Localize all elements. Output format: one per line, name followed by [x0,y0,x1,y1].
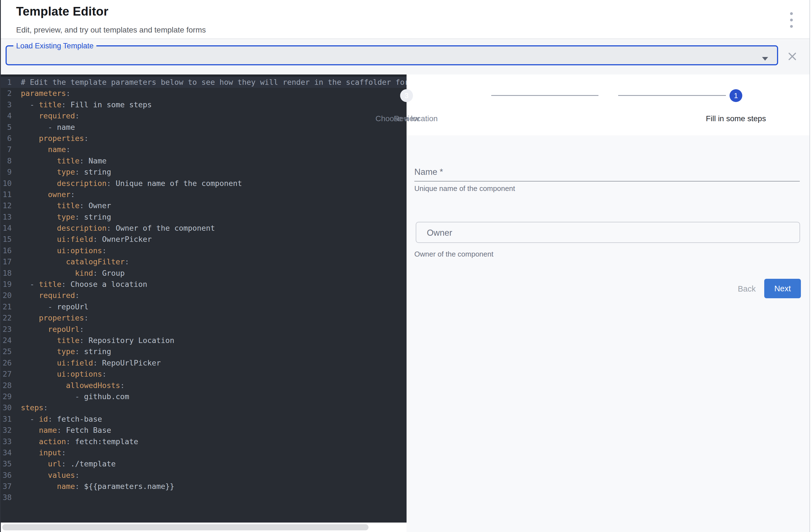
step-label: Fill in some steps [678,114,794,123]
code-line: 15 ui:field: OwnerPicker [0,234,407,245]
code-text: - repoUrl [21,301,89,312]
line-number: 31 [0,414,12,425]
page-right-border [810,0,810,532]
scrollbar-thumb[interactable] [2,524,368,530]
code-line: 25 type: string [0,346,407,357]
line-number: 16 [0,245,12,256]
form-panel: Name * Unique name of the component Owne… [407,135,810,532]
code-text: ui:field: RepoUrlPicker [21,358,161,368]
code-line: 31 - id: fetch-base [0,414,407,425]
code-text: description: Unique name of the componen… [21,178,242,189]
line-number: 11 [0,189,12,200]
code-line: 12 title: Owner [0,200,407,211]
step-label: Review [348,114,465,123]
line-number: 3 [0,99,12,110]
editor-horizontal-scrollbar[interactable] [0,522,407,532]
code-line: 21 - repoUrl [0,301,407,312]
page-title: Template Editor [16,4,108,18]
next-button[interactable]: Next [764,279,801,298]
line-number: 38 [0,492,12,503]
code-line: 29 - github.com [0,391,407,402]
code-line: 22 properties: [0,312,407,323]
code-text: - name [21,122,75,133]
line-number: 28 [0,380,12,391]
code-text: kind: Group [21,268,125,279]
back-button[interactable]: Back [731,279,762,298]
code-line: 33 action: fetch:template [0,436,407,447]
load-template-label: Load Existing Template [13,44,96,48]
code-text: name: Fetch Base [21,425,111,436]
code-line: 5 - name [0,122,407,133]
code-line: 18 kind: Group [0,268,407,279]
code-text: - github.com [21,391,129,402]
code-line: 6 properties: [0,133,407,144]
name-input-label: Name * [414,167,443,177]
code-line: 19 - title: Choose a location [0,279,407,290]
stepper-step: 1Fill in some steps [678,89,794,123]
code-text: input: [21,447,66,458]
load-template-section: Load Existing Template [0,40,810,74]
code-text: properties: [21,312,89,323]
clear-template-button[interactable] [785,50,799,64]
line-number: 24 [0,335,12,346]
line-number: 21 [0,301,12,312]
code-line: 20 required: [0,290,407,301]
line-number: 10 [0,178,12,189]
name-input[interactable]: Name * [414,163,800,183]
step-number-badge: 1 [729,89,742,102]
code-editor[interactable]: 1# Edit the template parameters below to… [0,74,407,522]
code-text: name: [21,144,71,155]
code-line: 23 repoUrl: [0,324,407,335]
code-text: type: string [21,346,111,357]
line-number: 2 [0,88,12,99]
code-text: parameters: [21,88,71,99]
line-number: 6 [0,133,12,144]
step-number-badge: 3 [400,89,413,102]
line-number: 35 [0,458,12,470]
line-number: 25 [0,346,12,357]
name-input-underline [414,181,800,182]
line-number: 27 [0,368,12,380]
code-line: 2parameters: [0,88,407,99]
code-line: 24 title: Repository Location [0,335,407,346]
code-text: properties: [21,133,89,144]
line-number: 20 [0,290,12,301]
line-number: 18 [0,268,12,279]
line-number: 15 [0,234,12,245]
owner-input-label: Owner [427,228,452,238]
line-number: 37 [0,481,12,492]
code-line: 1# Edit the template parameters below to… [0,77,407,88]
code-text: title: Name [21,155,107,167]
code-line: 17 catalogFilter: [0,256,407,267]
code-text: required: [21,110,79,122]
code-line: 9 type: string [0,167,407,178]
code-line: 35 url: ./template [0,458,407,470]
line-number: 23 [0,324,12,335]
line-number: 14 [0,223,12,234]
code-text: allowedHosts: [21,380,125,391]
code-text: url: ./template [21,458,116,470]
code-line: 32 name: Fetch Base [0,425,407,436]
code-line: 13 type: string [0,211,407,223]
code-text: values: [21,470,79,481]
name-helper-text: Unique name of the component [414,184,515,193]
line-number: 13 [0,211,12,223]
line-number: 36 [0,470,12,481]
code-text: ui:options: [21,368,107,380]
code-text: - title: Choose a location [21,279,147,290]
code-line: 38 [0,492,407,503]
stepper-step: 3Review [348,89,465,123]
code-line: 11 owner: [0,189,407,200]
code-text: ui:options: [21,245,107,256]
step-connector [491,95,598,96]
line-number: 17 [0,256,12,267]
owner-input[interactable]: Owner [416,222,800,243]
line-number: 32 [0,425,12,436]
line-number: 1 [0,77,12,88]
more-vertical-icon[interactable] [786,12,797,28]
page-left-border [0,0,1,532]
code-text: - title: Fill in some steps [21,99,151,110]
page-subtitle: Edit, preview, and try out templates and… [16,26,206,34]
code-line: 30steps: [0,402,407,413]
load-template-select[interactable]: Load Existing Template [5,44,778,65]
